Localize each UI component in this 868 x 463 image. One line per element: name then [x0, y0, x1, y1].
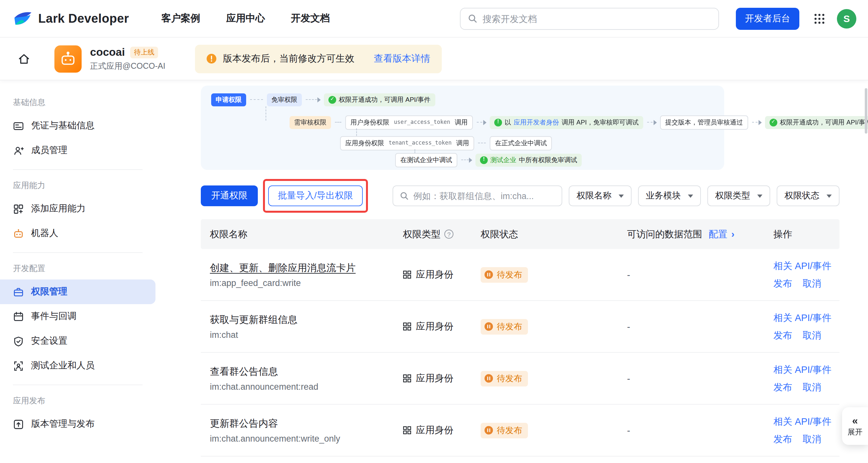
- sidebar-item-label: 事件与回调: [31, 311, 76, 322]
- sidebar-item-security[interactable]: 安全设置: [0, 329, 155, 353]
- brand-title: Lark Developer: [38, 11, 129, 26]
- cancel-link[interactable]: 取消: [803, 329, 822, 341]
- main-content: 申请权限 免审权限 ✓权限开通成功，可调用 API/事件 需审核权限 用户身份权…: [155, 80, 868, 463]
- actions-cell: 相关 API/事件 发布 取消: [764, 406, 839, 454]
- permission-type-cell: 应用身份: [394, 363, 471, 394]
- pause-icon: [485, 426, 493, 434]
- members-icon: [13, 145, 24, 156]
- view-version-details-link[interactable]: 查看版本详情: [374, 53, 430, 65]
- publish-link[interactable]: 发布: [773, 433, 792, 445]
- chevron-down-icon: [688, 194, 693, 198]
- sidebar-section-dev-config: 开发配置: [0, 254, 155, 280]
- info-icon: !: [480, 156, 488, 164]
- col-permission-type: 权限类型 ?: [394, 228, 471, 240]
- cancel-link[interactable]: 取消: [803, 277, 822, 290]
- sidebar-item-events[interactable]: 事件与回调: [0, 304, 155, 329]
- release-icon: [13, 418, 24, 430]
- expand-panel-button[interactable]: « 展开: [842, 407, 868, 445]
- flow-user-token-badge: 用户身份权限user_access_token调用: [345, 115, 473, 129]
- permission-status-cell: 待发布: [471, 361, 618, 395]
- cancel-link[interactable]: 取消: [803, 381, 822, 393]
- flow-test-debug-badge: 在测试企业中调试: [395, 153, 457, 167]
- lark-developer-console: Lark Developer 客户案例 应用中心 开发文档 开发者后台 S: [0, 0, 868, 463]
- flow-tenant-token-badge: 应用身份权限tenant_access_token调用: [340, 136, 474, 150]
- filter-permission-name[interactable]: 权限名称: [569, 185, 631, 206]
- chevron-right-icon[interactable]: ›: [731, 229, 735, 239]
- sidebar-item-add-capability[interactable]: 添加应用能力: [0, 197, 155, 221]
- primary-nav: 客户案例 应用中心 开发文档: [161, 12, 330, 25]
- docs-search-box[interactable]: [460, 7, 719, 29]
- flow-arrow: [461, 160, 471, 161]
- avatar[interactable]: S: [837, 9, 856, 28]
- data-scope-cell: -: [618, 260, 764, 289]
- brand[interactable]: Lark Developer: [13, 10, 129, 27]
- expand-label: 展开: [847, 427, 863, 437]
- permission-type-cell: 应用身份: [394, 415, 471, 445]
- open-permission-button[interactable]: 开通权限: [201, 185, 258, 206]
- sidebar-item-label: 测试企业和人员: [31, 360, 95, 372]
- flow-submit-badge: 提交版本，管理员审核通过: [660, 115, 748, 129]
- lark-logo-icon: [13, 10, 32, 27]
- sidebar-item-permissions[interactable]: 权限管理: [0, 280, 155, 304]
- configure-link[interactable]: 配置: [709, 228, 727, 240]
- sidebar-item-label: 版本管理与发布: [31, 418, 95, 430]
- nav-customer-cases[interactable]: 客户案例: [161, 12, 200, 25]
- permission-name[interactable]: 创建、更新、删除应用消息流卡片: [210, 262, 394, 274]
- permission-name[interactable]: 更新群公告内容: [210, 417, 394, 430]
- sidebar-item-version-release[interactable]: 版本管理与发布: [0, 412, 155, 436]
- permission-name[interactable]: 获取与更新群组信息: [210, 314, 394, 326]
- app-grid-icon[interactable]: [814, 12, 825, 24]
- developer-console-button[interactable]: 开发者后台: [736, 7, 799, 29]
- sidebar-section-release: 应用发布: [0, 386, 155, 412]
- publish-link[interactable]: 发布: [773, 277, 792, 290]
- table-header: 权限名称 权限类型 ? 权限状态 可访问的数据范围 配置 › 操作: [201, 219, 839, 249]
- filter-business-module[interactable]: 业务模块: [638, 185, 701, 206]
- sidebar-item-credentials[interactable]: 凭证与基础信息: [0, 114, 155, 138]
- col-actions: 操作: [764, 228, 839, 240]
- nav-dev-docs[interactable]: 开发文档: [291, 12, 330, 25]
- filter-permission-status[interactable]: 权限状态: [777, 185, 839, 206]
- search-icon: [400, 191, 409, 200]
- scrollbar[interactable]: [865, 88, 867, 134]
- actions-cell: 相关 API/事件 发布 取消: [764, 354, 839, 402]
- col-permission-status: 权限状态: [471, 228, 618, 240]
- data-scope-cell: -: [618, 364, 764, 393]
- publish-link[interactable]: 发布: [773, 329, 792, 341]
- sidebar-item-label: 安全设置: [31, 335, 67, 347]
- docs-search-input[interactable]: [483, 13, 711, 24]
- permission-name[interactable]: 查看群公告信息: [210, 366, 394, 378]
- flow-success-badge: ✓权限开通成功，可调用 API/事件: [324, 93, 435, 106]
- related-api-link[interactable]: 相关 API/事件: [773, 312, 831, 324]
- flow-formal-debug-badge: 在正式企业中调试: [490, 136, 552, 150]
- credential-icon: [13, 120, 24, 131]
- home-icon[interactable]: [13, 48, 35, 70]
- sidebar-item-bot[interactable]: 机器人: [0, 221, 155, 246]
- app-identity-icon: [403, 374, 411, 383]
- cancel-link[interactable]: 取消: [803, 433, 822, 445]
- permission-flow-diagram: 申请权限 免审权限 ✓权限开通成功，可调用 API/事件 需审核权限 用户身份权…: [201, 86, 724, 170]
- sidebar-item-members[interactable]: 成员管理: [0, 138, 155, 163]
- app-identity-icon: [403, 322, 411, 331]
- filter-permission-type[interactable]: 权限类型: [707, 185, 770, 206]
- related-api-link[interactable]: 相关 API/事件: [773, 260, 831, 272]
- flow-arrow: [306, 99, 320, 100]
- app-status-badge: 待上线: [130, 46, 158, 58]
- batch-import-export-button[interactable]: 批量导入/导出权限: [268, 185, 363, 206]
- permission-status-cell: 待发布: [471, 258, 618, 291]
- flow-test-exempt-badge: !测试企业中所有权限免审调试: [475, 154, 582, 166]
- flow-connector: [478, 143, 486, 144]
- related-api-link[interactable]: 相关 API/事件: [773, 364, 831, 376]
- sidebar-item-label: 凭证与基础信息: [31, 120, 95, 132]
- permission-search-box[interactable]: [393, 185, 562, 206]
- col-permission-name: 权限名称: [201, 228, 394, 240]
- search-icon: [468, 13, 477, 23]
- sidebar-item-test-company[interactable]: 测试企业和人员: [0, 353, 155, 378]
- related-api-link[interactable]: 相关 API/事件: [773, 415, 831, 428]
- actions-cell: 相关 API/事件 发布 取消: [764, 302, 839, 350]
- nav-app-center[interactable]: 应用中心: [226, 12, 265, 25]
- table-row: 更新群公告内容 im:chat.announcement:write_only …: [201, 405, 839, 457]
- publish-link[interactable]: 发布: [773, 381, 792, 393]
- help-icon[interactable]: ?: [444, 230, 454, 239]
- permission-search-input[interactable]: [413, 191, 555, 201]
- flow-dev-debug-badge: !以应用开发者身份调用 API，免审核即可调试: [490, 116, 643, 129]
